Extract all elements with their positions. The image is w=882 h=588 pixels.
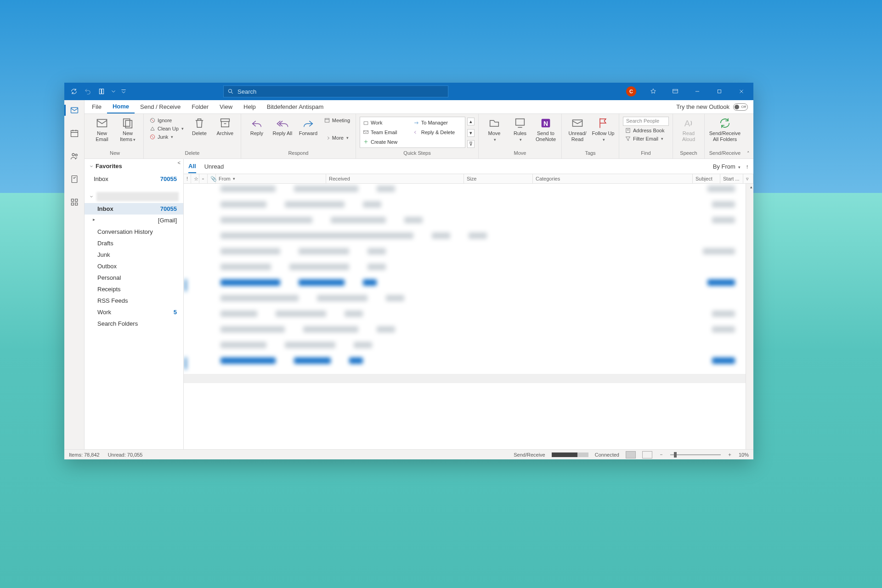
move-button[interactable]: Move▾ [482,116,506,142]
view-normal-button[interactable] [626,451,636,458]
maximize-button[interactable] [709,83,729,100]
delete-button[interactable]: Delete [187,116,211,136]
zoom-in-button[interactable]: ＋ [727,451,732,458]
archive-button[interactable]: Archive [213,116,237,136]
filter-email-button[interactable]: Filter Email▾ [623,135,669,142]
account-name-redacted[interactable] [96,192,179,201]
quickstep-scroll-up[interactable]: ▴ [467,118,475,125]
send-to-onenote-button[interactable]: NSend to OneNote [534,116,558,142]
quickstep-to-manager[interactable]: To Manager [412,118,462,128]
rail-more-icon[interactable] [64,195,85,209]
tab-help[interactable]: Help [238,100,261,113]
sync-icon[interactable] [69,86,79,96]
meeting-button[interactable]: Meeting [322,117,352,124]
clean-up-button[interactable]: Clean Up▾ [147,125,186,132]
message-row[interactable] [188,232,749,246]
message-row[interactable] [188,217,749,231]
filter-unread[interactable]: Unread [204,160,224,173]
junk-button[interactable]: Junk▾ [147,133,186,141]
sort-by-from[interactable]: By From ▾ [713,163,741,170]
read-aloud-button[interactable]: ARead Aloud [677,116,701,142]
folder-conversation-history[interactable]: Conversation History [85,226,183,237]
send-receive-all-button[interactable]: Send/Receive All Folders [708,116,741,142]
message-row[interactable] [188,311,749,324]
search-people-input[interactable]: Search People [623,117,669,126]
message-row[interactable] [188,248,749,262]
address-book-button[interactable]: Address Book [623,127,669,134]
quickstep-create-new[interactable]: Create New [361,137,412,147]
col-size[interactable]: Size [464,174,533,183]
folder-search-folders[interactable]: Search Folders [85,318,183,329]
close-button[interactable] [731,83,752,100]
zoom-percent[interactable]: 10% [739,452,749,458]
folder-inbox[interactable]: Inbox70055 [85,203,183,215]
reply-all-button[interactable]: Reply All [271,116,294,136]
try-new-outlook-toggle[interactable]: Off [733,103,748,111]
rail-tasks-icon[interactable] [64,172,85,187]
tab-view[interactable]: View [214,100,238,113]
ribbon-collapse-icon[interactable]: ˄ [747,151,750,157]
ribbon-display-icon[interactable] [665,83,685,100]
message-row-unread[interactable] [188,357,749,371]
folder-outbox[interactable]: Outbox [85,260,183,272]
rules-button[interactable]: Rules▾ [508,116,532,142]
folder-drafts[interactable]: Drafts [85,237,183,249]
more-respond-button[interactable]: More▾ [322,134,352,141]
folder-junk[interactable]: Junk [85,249,183,260]
ignore-button[interactable]: Ignore [147,117,186,124]
quickstep-work[interactable]: Work [361,118,412,128]
message-row[interactable] [188,201,749,215]
favorites-header[interactable]: Favorites [85,159,183,173]
col-from[interactable]: From ▾ [216,174,326,183]
quickstep-scroll-down[interactable]: ▾ [467,129,475,137]
favorites-inbox[interactable]: Inbox70055 [85,173,183,185]
col-subject[interactable]: Subject [693,174,720,183]
quick-access-icon[interactable] [96,86,107,96]
message-row[interactable] [188,264,749,277]
undo-icon[interactable] [83,86,93,96]
quickstep-team-email[interactable]: Team Email [361,128,412,137]
message-list[interactable]: ▴ [184,184,753,449]
minimize-button[interactable] [687,83,707,100]
account-avatar[interactable]: C [621,83,641,100]
scrollbar-up[interactable]: ▴ [750,185,752,189]
quickstep-expand[interactable]: ⊽ [467,140,475,148]
tab-folder[interactable]: Folder [186,100,214,113]
rail-calendar-icon[interactable] [64,126,85,141]
new-items-button[interactable]: New Items▾ [116,116,140,142]
folder-rss-feeds[interactable]: RSS Feeds [85,295,183,306]
folder-work[interactable]: Work5 [85,306,183,318]
folder-receipts[interactable]: Receipts [85,283,183,295]
folder-personal[interactable]: Personal [85,272,183,283]
col-attachment-icon[interactable]: 📎 [208,174,216,183]
rail-mail-icon[interactable] [64,103,85,118]
col-flag-icon[interactable]: ▿ [743,174,753,183]
message-row[interactable] [188,295,749,309]
tab-file[interactable]: File [86,100,107,113]
new-email-button[interactable]: New Email [90,116,114,142]
folder-gmail[interactable]: ▸ [Gmail] [85,215,183,226]
col-categories[interactable]: Categories [533,174,693,183]
reply-button[interactable]: Reply [245,116,269,136]
rail-people-icon[interactable] [64,149,85,164]
premium-icon[interactable] [643,83,663,100]
message-row[interactable] [188,342,749,356]
zoom-slider[interactable] [670,454,721,455]
tab-send-receive[interactable]: Send / Receive [135,100,186,113]
zoom-out-button[interactable]: － [659,451,664,458]
col-start[interactable]: Start ... [720,174,743,183]
forward-button[interactable]: Forward [296,116,320,136]
qat-dropdown-icon[interactable] [110,86,117,96]
search-input[interactable]: Search [223,85,448,97]
tab-bitdefender[interactable]: Bitdefender Antispam [261,100,329,113]
col-received[interactable]: Received [326,174,464,183]
col-icon[interactable]: ▫ [199,174,208,183]
message-row[interactable] [188,186,749,199]
quickstep-reply-delete[interactable]: Reply & Delete [412,128,462,137]
unread-read-button[interactable]: Unread/ Read [565,116,589,142]
follow-up-button[interactable]: Follow Up▾ [591,116,615,142]
view-reading-button[interactable] [642,451,652,458]
col-reminder-icon[interactable]: ☆ [191,174,199,183]
tab-home[interactable]: Home [107,100,135,113]
message-row[interactable] [188,326,749,340]
